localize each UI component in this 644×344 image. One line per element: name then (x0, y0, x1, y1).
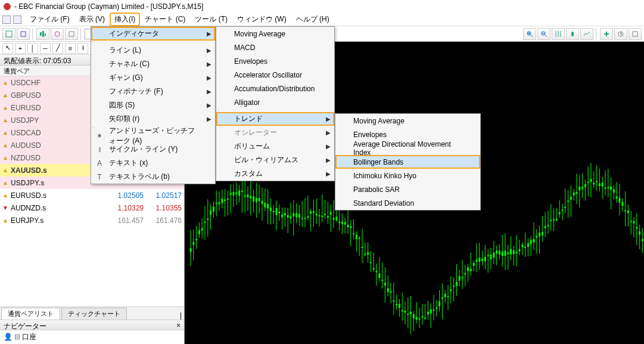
direction-icon: ▲ (2, 179, 8, 186)
menu-charts[interactable]: チャート (C) (140, 13, 190, 26)
menu-item[interactable]: Bollinger Bands (335, 155, 480, 169)
menu-help[interactable]: ヘルプ (H) (291, 13, 334, 26)
direction-icon: ▲ (2, 92, 8, 98)
symbol-row[interactable]: ▲ EURJPY.s161.457 161.476 (0, 214, 184, 227)
menu-item[interactable]: Accumulation/Distribution (216, 82, 334, 95)
vline-icon[interactable]: │ (27, 43, 38, 54)
symbol-row[interactable]: ▼ AUDNZD.s1.10329 1.10355 (0, 202, 184, 214)
svg-rect-142 (376, 271, 378, 272)
menu-item[interactable]: オシレーター▶ (216, 126, 334, 140)
menu-item-label: 矢印類 (r) (109, 114, 139, 124)
tb-templates[interactable] (629, 28, 642, 40)
menu-item[interactable]: Alligator (216, 95, 334, 109)
tb-add-indicator[interactable] (600, 28, 613, 40)
menu-item[interactable]: フィボナッチ (F)▶ (91, 85, 215, 98)
symbol-row[interactable]: ▲ EURUSD.s1.02505 1.02517 (0, 189, 184, 202)
direction-icon: ▲ (2, 192, 8, 199)
svg-rect-0 (6, 31, 12, 37)
menu-item[interactable]: Moving Average (216, 27, 334, 41)
menu-item[interactable]: Tテキストラベル (b) (91, 170, 215, 184)
menu-item[interactable]: インディケータ▶ (91, 27, 215, 41)
submenu-arrow-icon: ▶ (207, 47, 211, 54)
svg-rect-50 (244, 196, 246, 197)
menu-item[interactable]: Parabolic SAR (335, 182, 480, 196)
tb-zoom-out[interactable] (537, 28, 550, 40)
menu-item[interactable]: ギャン (G)▶ (91, 71, 215, 85)
cursor-icon[interactable]: ↖ (2, 43, 13, 54)
svg-rect-310 (616, 197, 618, 199)
nav-account-node[interactable]: 口座 (14, 333, 36, 341)
menu-item[interactable]: ライン (L)▶ (91, 44, 215, 57)
hline-icon[interactable]: ─ (40, 43, 51, 54)
menu-insert[interactable]: 挿入(I) (110, 13, 140, 26)
svg-rect-108 (327, 216, 329, 218)
fib-icon[interactable]: ⦀ (77, 43, 88, 54)
svg-rect-132 (362, 247, 363, 248)
menu-item[interactable]: Standard Deviation (335, 196, 480, 210)
menu-item[interactable]: Average Directional Movement Index (335, 141, 480, 155)
crosshair-icon[interactable]: + (15, 43, 26, 54)
svg-rect-298 (599, 184, 601, 186)
menu-item[interactable]: Ichimoku Kinko Hyo (335, 169, 480, 182)
svg-rect-230 (502, 252, 503, 256)
tb-profiles[interactable] (17, 28, 30, 40)
menu-item[interactable]: Envelopes (216, 54, 334, 68)
svg-rect-68 (270, 207, 272, 211)
menu-window[interactable]: ウィンドウ (W) (232, 13, 291, 26)
svg-rect-30 (216, 203, 217, 204)
svg-rect-56 (253, 197, 254, 202)
menu-bar: ファイル (F) 表示 (V) 挿入(I) チャート (C) ツール (T) ウ… (0, 13, 644, 26)
svg-rect-124 (350, 227, 351, 228)
svg-rect-288 (584, 184, 586, 187)
svg-rect-202 (462, 277, 463, 278)
tb-market-watch[interactable] (36, 28, 49, 40)
svg-rect-266 (553, 219, 555, 221)
direction-icon: ▲ (2, 79, 8, 86)
svg-rect-100 (316, 214, 318, 215)
menu-file[interactable]: ファイル (F) (25, 13, 74, 26)
tb-zoom-in[interactable] (523, 28, 536, 40)
menu-item-label: ギャン (G) (109, 73, 143, 83)
menu-item[interactable]: カスタム▶ (216, 167, 334, 181)
svg-rect-96 (310, 211, 312, 213)
menu-item[interactable]: ✶アンドリューズ・ピッチフォーク (A) (91, 129, 215, 142)
svg-rect-322 (633, 221, 635, 224)
tb-line-chart[interactable] (580, 28, 593, 40)
svg-rect-62 (262, 201, 263, 204)
svg-rect-280 (573, 193, 575, 196)
menu-view[interactable]: 表示 (V) (74, 13, 110, 26)
bid-price: 1.02505 (108, 191, 144, 200)
menu-item[interactable]: ボリューム▶ (216, 140, 334, 153)
menu-item[interactable]: Accelerator Oscillator (216, 68, 334, 82)
close-icon[interactable]: × (176, 321, 181, 328)
tb-candle-chart[interactable] (566, 28, 579, 40)
svg-rect-174 (421, 316, 423, 317)
indicator-submenu: Moving AverageMACDEnvelopesAccelerator O… (216, 26, 335, 181)
menu-item[interactable]: チャネル (C)▶ (91, 57, 215, 71)
svg-rect-314 (621, 202, 623, 206)
navigator-tree[interactable]: 👤 口座 (0, 330, 184, 344)
menu-tools[interactable]: ツール (T) (190, 13, 232, 26)
trendline-icon[interactable]: ╱ (52, 43, 63, 54)
menu-item[interactable]: トレンド▶ (216, 112, 334, 126)
menu-item[interactable]: ビル・ウィリアムス▶ (216, 153, 334, 167)
menu-item[interactable]: MACD (216, 41, 334, 54)
tab-pair-list[interactable]: 通貨ペアリスト (1, 308, 60, 320)
svg-rect-90 (301, 218, 303, 219)
svg-rect-36 (224, 199, 226, 201)
tb-periods[interactable] (614, 28, 627, 40)
menubar-lead-icons (2, 16, 21, 24)
menu-item[interactable]: 矢印類 (r)▶ (91, 112, 215, 126)
equi-icon[interactable]: ≡ (65, 43, 76, 54)
tb-navigator[interactable] (65, 28, 78, 40)
svg-rect-60 (259, 198, 260, 201)
menu-item[interactable]: 図形 (S)▶ (91, 98, 215, 112)
svg-rect-252 (533, 239, 535, 243)
tb-data-window[interactable] (51, 28, 64, 40)
tab-tick-chart[interactable]: ティックチャート (61, 308, 127, 320)
menu-item[interactable]: Moving Average (335, 114, 480, 128)
tb-bar-chart[interactable] (552, 28, 565, 40)
menu-item[interactable]: Aテキスト (x) (91, 156, 215, 170)
tb-new-chart[interactable] (2, 28, 15, 40)
menu-item[interactable]: ⦀サイクル・ライン (Y) (91, 142, 215, 156)
